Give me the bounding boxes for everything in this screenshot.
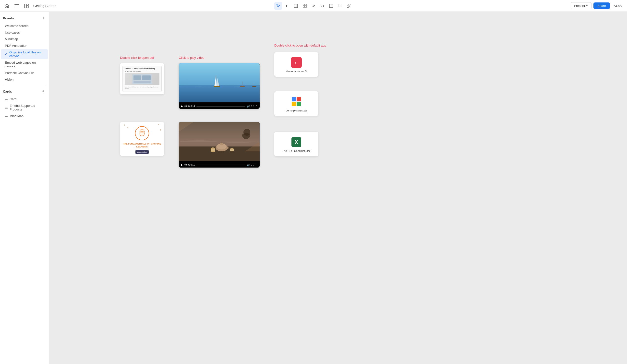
video-2-controls[interactable]: ▶ 0:00 / 0:15 🔊 ⛶ ⋮: [179, 162, 260, 167]
cards-item-label: Emebd Supported Products: [9, 104, 45, 111]
video-card-2[interactable]: ▶ 0:00 / 0:15 🔊 ⛶ ⋮: [179, 122, 260, 167]
video-2-progress[interactable]: [196, 165, 245, 165]
boards-item-mindmap[interactable]: Mindmap: [1, 36, 48, 42]
card-icon: ▬: [5, 115, 8, 118]
svg-rect-8: [295, 5, 297, 7]
file-card-xlsx[interactable]: X The SEO Checklist.xlsx: [274, 132, 318, 156]
pen-tool[interactable]: [310, 2, 317, 10]
video-1-fullscreen-icon[interactable]: ⛶: [251, 105, 254, 107]
video-2-fullscreen-icon[interactable]: ⛶: [251, 164, 254, 166]
pdf-page-preview: Chapter 1: Introduction to Photoshop Wha…: [122, 66, 162, 92]
boards-item-pdf[interactable]: PDF Annotation: [1, 43, 48, 49]
pdf-preview[interactable]: Chapter 1: Introduction to Photoshop Wha…: [120, 63, 164, 94]
boards-add-button[interactable]: +: [41, 16, 46, 21]
canvas-area: Double click to open pdf Chapter 1: Intr…: [49, 12, 627, 364]
video-1-time: 0:00 / 0:14: [184, 105, 195, 107]
video-1-more-button[interactable]: ⋮: [255, 105, 258, 107]
video-card-1[interactable]: ▶ 0:00 / 0:14 🔊 ⛶ ⋮: [179, 63, 260, 109]
boards-item-label: Portable Canvas File: [5, 71, 35, 75]
xlsx-icon-bg: X: [291, 137, 301, 147]
dot-4: [160, 129, 161, 131]
select-tool[interactable]: [274, 2, 282, 10]
canvas-content: Double click to open pdf Chapter 1: Intr…: [49, 12, 627, 364]
svg-text:T: T: [286, 4, 288, 8]
boards-item-welcome[interactable]: Welcome screen: [1, 23, 48, 29]
video-2-volume-icon[interactable]: 🔊: [247, 164, 250, 166]
video-1-volume-icon[interactable]: 🔊: [247, 105, 250, 107]
boards-item-portable[interactable]: Portable Canvas File: [1, 70, 48, 76]
video-2[interactable]: ▶ 0:00 / 0:15 🔊 ⛶ ⋮: [179, 122, 260, 167]
ml-card-preview[interactable]: THE FUNDAMENTALS OF MACHINE LEARNING pre…: [120, 122, 164, 156]
file-card-music[interactable]: ♪ demo music.mp3: [274, 52, 318, 77]
cards-section: Cards +: [0, 87, 49, 96]
card-icon: ▬: [5, 98, 8, 101]
cards-item-embed[interactable]: ▬ Emebd Supported Products: [1, 103, 48, 112]
boards-item-embed[interactable]: Embed web pages on canvas: [1, 59, 48, 69]
music-file-icon: ♪: [291, 57, 302, 68]
home-button[interactable]: [3, 2, 11, 10]
svg-rect-5: [26, 6, 28, 8]
zip-sq-red: [297, 97, 301, 102]
cards-add-button[interactable]: +: [41, 89, 46, 94]
file-card-music-inner[interactable]: ♪ demo music.mp3: [274, 52, 318, 77]
xlsx-x-letter: X: [295, 139, 298, 145]
ml-footer: presentation: [135, 150, 149, 154]
file-card-zip[interactable]: demo pictures.zip: [274, 91, 318, 116]
pdf-page-title: Chapter 1: Introduction to Photoshop: [125, 68, 159, 70]
svg-rect-30: [179, 85, 260, 103]
boards-item-vision[interactable]: Vision: [1, 76, 48, 83]
music-file-name: demo music.mp3: [286, 70, 307, 73]
svg-rect-4: [26, 4, 28, 6]
topbar: Getting Started T: [0, 0, 627, 12]
ml-card[interactable]: THE FUNDAMENTALS OF MACHINE LEARNING pre…: [120, 122, 164, 156]
video-1-controls[interactable]: ▶ 0:00 / 0:14 🔊 ⛶ ⋮: [179, 103, 260, 109]
attach-tool[interactable]: [345, 2, 353, 10]
boards-item-label: Embed web pages on canvas: [5, 61, 45, 68]
file-card-xlsx-inner[interactable]: X The SEO Checklist.xlsx: [274, 132, 318, 156]
cards-item-card[interactable]: ▬ Card: [1, 96, 48, 102]
boards-item-usecases[interactable]: Use cases: [1, 29, 48, 36]
page-title: Getting Started: [33, 4, 56, 8]
panel-button[interactable]: [23, 2, 30, 10]
svg-rect-0: [14, 4, 19, 5]
share-button[interactable]: Share: [593, 2, 610, 9]
boards-item-label: Vision: [5, 78, 13, 81]
svg-rect-35: [252, 86, 256, 87]
zip-sq-yellow: [292, 102, 296, 106]
video-1-play-button[interactable]: ▶: [181, 104, 183, 108]
toolbar: T: [58, 2, 569, 10]
code-tool[interactable]: [318, 2, 326, 10]
boards-item-label: Mindmap: [5, 37, 18, 41]
svg-point-44: [211, 151, 215, 152]
frame-tool[interactable]: [292, 2, 300, 10]
pdf-card-photoshop[interactable]: Chapter 1: Introduction to Photoshop Wha…: [120, 63, 164, 94]
sidebar-divider: [3, 85, 46, 85]
cards-item-mindmap[interactable]: ▬ Mind Map: [1, 113, 48, 119]
svg-point-41: [220, 143, 224, 145]
pdf-label: Double click to open pdf: [120, 56, 154, 59]
cards-title: Cards: [3, 90, 12, 93]
menu-button[interactable]: [13, 2, 21, 10]
video-2-more-button[interactable]: ⋮: [255, 164, 258, 166]
zip-file-icon: [291, 96, 302, 107]
pdf-page-subtitle: What's new in Photoshop: [125, 71, 159, 72]
boards-title: Boards: [3, 16, 14, 20]
svg-rect-2: [14, 7, 19, 7]
video-1[interactable]: ▶ 0:00 / 0:14 🔊 ⛶ ⋮: [179, 63, 260, 109]
video-2-play-button[interactable]: ▶: [181, 163, 183, 166]
zoom-control[interactable]: 73%: [612, 3, 624, 8]
list-tool[interactable]: [336, 2, 344, 10]
zip-sq-blue: [292, 97, 296, 102]
dot-2: [127, 127, 128, 128]
brain-icon: [135, 126, 149, 141]
layout-tool[interactable]: [327, 2, 335, 10]
file-card-zip-inner[interactable]: demo pictures.zip: [274, 91, 318, 116]
shapes-tool[interactable]: [301, 2, 309, 10]
svg-point-43: [211, 148, 215, 150]
video-2-preview: [179, 122, 260, 162]
present-button[interactable]: Present: [571, 2, 591, 9]
svg-rect-11: [303, 6, 305, 8]
text-tool[interactable]: T: [283, 2, 291, 10]
boards-item-organize[interactable]: ✓ Organize local files on canvas: [1, 49, 48, 59]
video-1-progress[interactable]: [196, 106, 245, 106]
